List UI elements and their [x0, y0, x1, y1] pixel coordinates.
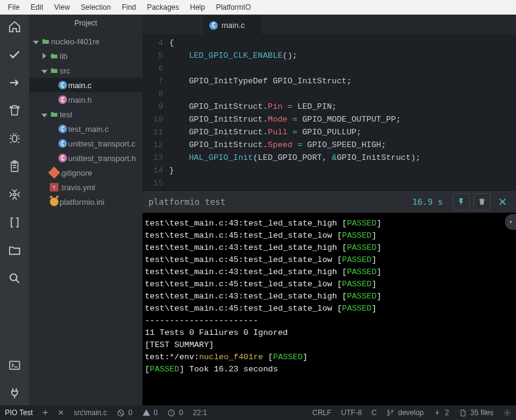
chevron-down-icon[interactable]	[32, 37, 40, 46]
line-number: 15	[142, 177, 163, 190]
editor-tab-bar: C main.c	[142, 15, 516, 34]
tree-file-test-main-c[interactable]: Ctest_main.c	[29, 122, 142, 136]
close-terminal-button[interactable]	[494, 193, 511, 210]
code-line[interactable]: GPIO_InitStruct.Mode = GPIO_MODE_OUTPUT_…	[169, 113, 516, 126]
tree-folder-nucleo-f401re[interactable]: nucleo-f401re	[29, 34, 142, 49]
line-number: 8	[142, 88, 163, 100]
tab-main-c[interactable]: C main.c	[203, 16, 262, 34]
terminal-command: platformio test	[147, 197, 225, 207]
folder-icon	[40, 37, 51, 46]
code-line[interactable]: GPIO_InitStruct.Speed = GPIO_SPEED_HIGH;	[169, 139, 516, 151]
menu-help[interactable]: Help	[184, 2, 211, 13]
status-warnings[interactable]: i 0	[162, 405, 188, 420]
chevron-down-icon[interactable]	[40, 110, 49, 119]
test-took: [PASSED] Took 16.23 seconds	[145, 363, 514, 376]
ini-icon	[49, 198, 60, 206]
tree-item-label: unittest_transport.c	[68, 139, 136, 148]
menu-view[interactable]: View	[49, 2, 75, 13]
folder-icon[interactable]	[6, 242, 23, 259]
check-icon[interactable]	[6, 46, 23, 63]
status-settings[interactable]	[498, 405, 516, 420]
test-result-line: test\test_main.c:45:test_led_state_low […	[145, 230, 514, 242]
chevron-down-icon[interactable]	[40, 66, 49, 75]
rerun-button[interactable]	[453, 193, 470, 210]
tree-file--gitignore[interactable]: .gitignore	[29, 165, 142, 180]
svg-point-10	[392, 410, 394, 411]
code-line[interactable]: GPIO_InitStruct.Pin = LED_PIN;	[169, 100, 516, 113]
code-line[interactable]	[169, 88, 516, 100]
tree-file--travis-yml[interactable]: T.travis.yml	[29, 180, 142, 195]
line-number: 6	[142, 62, 163, 75]
svg-text:i: i	[171, 411, 172, 415]
code-line[interactable]: HAL_GPIO_Init(LED_GPIO_PORT, &GPIO_InitS…	[169, 151, 516, 164]
code-line[interactable]: GPIO_InitTypeDef GPIO_InitStruct;	[169, 75, 516, 88]
plug-icon[interactable]	[6, 385, 23, 402]
status-pio-test[interactable]: PIO Test	[0, 405, 38, 420]
terminal-icon[interactable]	[6, 357, 23, 374]
clear-terminal-button[interactable]	[473, 193, 490, 210]
tree-item-label: platformio.ini	[60, 198, 105, 207]
status-cursor[interactable]: 22:1	[188, 405, 212, 420]
status-file-path[interactable]: src\main.c	[69, 405, 112, 420]
trash-icon[interactable]	[6, 102, 23, 119]
brackets-icon[interactable]	[6, 214, 23, 231]
tree-item-label: test_main.c	[68, 125, 108, 134]
tree-file-unittest-transport-c[interactable]: Cunittest_transport.c	[29, 136, 142, 151]
chip-icon[interactable]	[6, 186, 23, 203]
git-icon	[49, 168, 60, 177]
search-icon[interactable]	[6, 270, 23, 287]
tree-folder-test[interactable]: test	[29, 107, 142, 122]
status-fetch[interactable]: 2	[428, 405, 454, 420]
tree-file-main-c[interactable]: Cmain.c	[29, 78, 142, 92]
menu-selection[interactable]: Selection	[75, 2, 116, 13]
tree-file-unittest-transport-h[interactable]: Cunittest_transport.h	[29, 151, 142, 165]
line-number: 14	[142, 164, 163, 177]
menu-platformio[interactable]: PlatformIO	[211, 2, 256, 13]
menu-edit[interactable]: Edit	[25, 2, 49, 13]
code-line[interactable]	[169, 62, 516, 75]
menu-packages[interactable]: Packages	[142, 2, 185, 13]
line-number: 5	[142, 49, 163, 62]
line-number: 11	[142, 126, 163, 139]
status-bar: PIO Test + ✕ src\main.c 0 0 i 0 22:1 CRL…	[0, 405, 516, 420]
status-close-terminal[interactable]: ✕	[53, 405, 69, 420]
terminal-divider: -----------------------	[145, 315, 514, 327]
status-language[interactable]: C	[367, 405, 382, 420]
home-icon[interactable]	[6, 18, 23, 35]
code-line[interactable]: {	[169, 36, 516, 49]
tree-folder-src[interactable]: src	[29, 63, 142, 78]
code-area[interactable]: { LED_GPIO_CLK_ENABLE(); GPIO_InitTypeDe…	[169, 34, 516, 190]
menu-find[interactable]: Find	[116, 2, 141, 13]
terminal-output[interactable]: test\test_main.c:43:test_led_state_high …	[142, 213, 516, 405]
status-new-terminal[interactable]: +	[38, 405, 53, 420]
gutter: 456789101112131415	[142, 34, 169, 190]
status-branch[interactable]: develop	[382, 405, 428, 420]
line-number: 13	[142, 151, 163, 164]
clipboard-icon[interactable]	[6, 158, 23, 175]
bug-icon[interactable]	[6, 130, 23, 147]
panel-toggle-icon[interactable]	[505, 214, 516, 230]
menu-file[interactable]: File	[2, 2, 25, 13]
code-line[interactable]: LED_GPIO_CLK_ENABLE();	[169, 49, 516, 62]
code-line[interactable]	[169, 177, 516, 190]
chevron-right-icon[interactable]	[40, 52, 49, 61]
tree-item-label: nucleo-f401re	[51, 37, 100, 46]
status-line-ending[interactable]: CRLF	[307, 405, 336, 420]
tree-item-label: unittest_transport.h	[68, 154, 136, 163]
status-encoding[interactable]: UTF-8	[336, 405, 367, 420]
status-deprecations[interactable]: 0	[112, 405, 138, 420]
tree-file-main-h[interactable]: Cmain.h	[29, 92, 142, 107]
c-pink-icon: C	[57, 154, 68, 162]
yml-icon: T	[49, 183, 60, 191]
status-files[interactable]: 35 files	[454, 405, 498, 420]
code-line[interactable]: GPIO_InitStruct.Pull = GPIO_PULLUP;	[169, 126, 516, 139]
arrow-right-icon[interactable]	[6, 74, 23, 91]
svg-point-2	[13, 193, 16, 196]
code-editor[interactable]: 456789101112131415 { LED_GPIO_CLK_ENABLE…	[142, 34, 516, 190]
tree-file-platformio-ini[interactable]: platformio.ini	[29, 195, 142, 209]
code-line[interactable]: }	[169, 164, 516, 177]
main-column: C main.c 456789101112131415 { LED_GPIO_C…	[142, 15, 516, 405]
c-pink-icon: C	[57, 95, 68, 104]
tree-folder-lib[interactable]: lib	[29, 49, 142, 63]
status-errors[interactable]: 0	[138, 405, 163, 420]
